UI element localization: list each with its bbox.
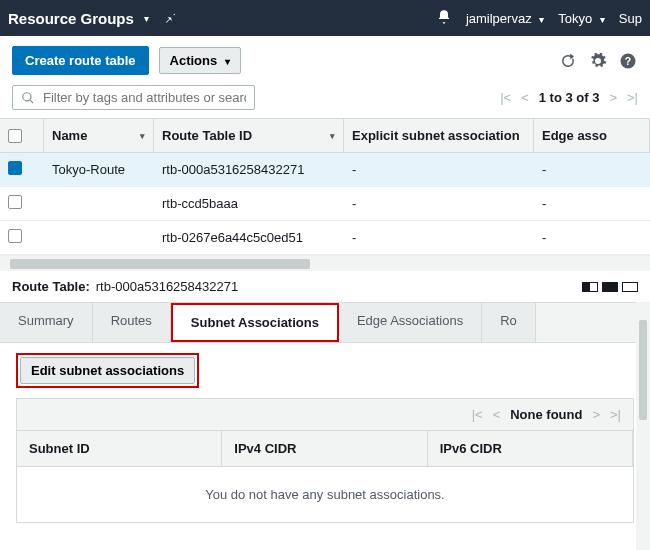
cell-rtid: rtb-ccd5baaa [154,196,344,211]
subnet-page-first-icon[interactable]: |< [472,407,483,422]
row-checkbox[interactable] [8,229,22,243]
subnet-page-last-icon[interactable]: >| [610,407,621,422]
layout-split-icon[interactable] [582,282,598,292]
bell-icon[interactable] [436,9,452,28]
resource-groups-menu[interactable]: Resource Groups [8,10,134,27]
region-menu[interactable]: Tokyo ▾ [558,11,605,26]
cell-edge: - [534,230,650,245]
cell-explicit: - [344,162,534,177]
col-edge-assoc[interactable]: Edge asso [534,119,650,152]
layout-full-icon[interactable] [602,282,618,292]
page-prev-icon[interactable]: < [521,90,529,105]
gear-icon[interactable] [588,51,608,71]
col-name[interactable]: Name▾ [44,119,154,152]
table-row[interactable]: rtb-ccd5baaa - - [0,187,650,221]
help-icon[interactable]: ? [618,51,638,71]
page-last-icon[interactable]: >| [627,90,638,105]
table-row[interactable]: rtb-0267e6a44c5c0ed51 - - [0,221,650,255]
table-row[interactable]: Tokyo-Route rtb-000a5316258432271 - - [0,153,650,187]
subnet-col-ipv6: IPv6 CIDR [428,431,633,466]
cell-rtid: rtb-000a5316258432271 [154,162,344,177]
cell-explicit: - [344,196,534,211]
page-first-icon[interactable]: |< [500,90,511,105]
route-tables-grid: Name▾ Route Table ID▾ Explicit subnet as… [0,118,650,271]
svg-text:?: ? [625,54,631,66]
cell-name: Tokyo-Route [44,162,154,177]
edit-subnet-associations-button[interactable]: Edit subnet associations [20,357,195,384]
subnet-col-id: Subnet ID [17,431,222,466]
cell-explicit: - [344,230,534,245]
cell-rtid: rtb-0267e6a44c5c0ed51 [154,230,344,245]
select-all-checkbox[interactable] [8,129,22,143]
pagination: |< < 1 to 3 of 3 > >| [500,90,638,105]
search-icon [21,91,35,105]
row-checkbox[interactable] [8,161,22,175]
page-next-icon[interactable]: > [609,90,617,105]
cell-edge: - [534,196,650,211]
cell-edge: - [534,162,650,177]
tab-subnet-associations[interactable]: Subnet Associations [171,303,339,342]
tab-route-propagation[interactable]: Ro [482,303,536,342]
detail-label: Route Table: [12,279,90,294]
support-menu[interactable]: Sup [619,11,642,26]
pin-icon[interactable] [163,10,177,27]
table-header: Name▾ Route Table ID▾ Explicit subnet as… [0,119,650,153]
refresh-icon[interactable] [558,51,578,71]
page-range: 1 to 3 of 3 [539,90,600,105]
subnet-empty-message: You do not have any subnet associations. [17,467,633,522]
subnet-page-next-icon[interactable]: > [592,407,600,422]
horizontal-scrollbar[interactable] [0,255,650,271]
tab-summary[interactable]: Summary [0,303,93,342]
vertical-scrollbar[interactable] [636,302,650,550]
col-explicit-subnet[interactable]: Explicit subnet association [344,119,534,152]
subnet-page-prev-icon[interactable]: < [493,407,501,422]
chevron-down-icon: ▾ [144,13,149,24]
search-field[interactable] [43,90,246,105]
create-route-table-button[interactable]: Create route table [12,46,149,75]
tab-edge-associations[interactable]: Edge Associations [339,303,482,342]
layout-min-icon[interactable] [622,282,638,292]
actions-button[interactable]: Actions ▾ [159,47,241,74]
subnet-page-status: None found [510,407,582,422]
tab-routes[interactable]: Routes [93,303,171,342]
detail-value: rtb-000a5316258432271 [96,279,238,294]
subnet-col-ipv4: IPv4 CIDR [222,431,427,466]
row-checkbox[interactable] [8,195,22,209]
search-input[interactable] [12,85,255,110]
col-route-table-id[interactable]: Route Table ID▾ [154,119,344,152]
user-menu[interactable]: jamilpervaz ▾ [466,11,544,26]
